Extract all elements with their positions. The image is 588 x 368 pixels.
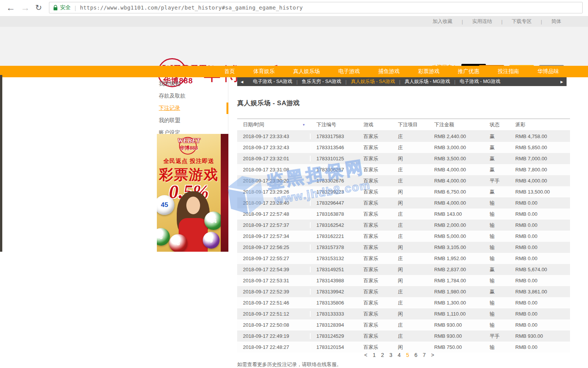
cell: RMB 0.00 [510, 233, 570, 239]
table-row: 2018-09-17 23:32:011783310125百家乐闲RMB 3,5… [237, 153, 570, 164]
nav-item-6[interactable]: 推广优惠 [458, 68, 479, 75]
cell: 百家乐 [358, 266, 392, 273]
address-bar[interactable]: 安全 | https://www.wbg1101.com/player/bet_… [49, 2, 583, 13]
cell: 1783124529 [311, 333, 358, 339]
cell: RMB 1,110.00 [428, 311, 484, 317]
url-text[interactable]: https://www.wbg1101.com/player/bet_histo… [80, 5, 303, 11]
browser-back-icon[interactable]: ← [6, 2, 15, 14]
separator: | [501, 19, 502, 24]
cell: RMB 4,000.00 [428, 167, 484, 173]
column-label: 状态 [490, 121, 500, 128]
cell: 输 [484, 211, 510, 218]
cell: 2018-09-17 23:31:08 [237, 167, 311, 173]
pagination-page-3[interactable]: 3 [389, 352, 393, 358]
utility-link-2[interactable]: 下载专区 [512, 18, 532, 25]
cell: RMB 1,300.00 [428, 300, 484, 306]
pagination-page-6[interactable]: 6 [414, 352, 417, 358]
promo-banner[interactable]: WEBET 华博888 全民返点 投注即送 彩票游戏 0.5% 4534689 [157, 134, 228, 252]
nav-item-1[interactable]: 体育娱乐 [253, 68, 275, 75]
table-row: 2018-09-17 22:57:341783162221百家乐庄RMB 5,0… [237, 231, 570, 242]
address-separator: | [75, 5, 76, 11]
cell: 输 [484, 277, 510, 284]
pagination-prev[interactable]: < [364, 352, 367, 358]
separator: | [541, 19, 542, 24]
cell: RMB 0.00 [510, 300, 570, 306]
pagination-next[interactable]: > [431, 352, 434, 358]
cell: 闲 [392, 244, 428, 251]
cell: RMB 0.00 [510, 256, 570, 261]
pagination-page-2[interactable]: 2 [381, 352, 384, 358]
nav-item-0[interactable]: 首页 [224, 68, 235, 75]
bet-history-table: 日期/时间▼下注编号游戏下注项目下注金额状态派彩 2018-09-17 23:3… [237, 119, 570, 353]
cell: 赢 [484, 155, 510, 162]
utility-link-0[interactable]: 加入收藏 [433, 18, 453, 25]
cell: 2018-09-17 23:33:43 [237, 134, 311, 139]
cell: 百家乐 [358, 133, 392, 140]
cell: 1783302676 [311, 178, 358, 184]
cell: 2018-09-17 22:57:48 [237, 211, 311, 217]
subnav-tab-2[interactable]: 真人娱乐场 - SA游戏 [351, 78, 395, 85]
cell: 2018-09-17 22:53:31 [237, 278, 311, 283]
nav-item-4[interactable]: 捕鱼游戏 [378, 68, 400, 75]
cell: 百家乐 [358, 288, 392, 295]
cell: 1783135806 [311, 300, 358, 306]
column-label: 下注编号 [316, 121, 336, 128]
cell: 2018-09-17 23:32:43 [237, 145, 311, 150]
cell: 2018-09-17 22:51:46 [237, 300, 311, 306]
cell: 2018-09-17 22:56:25 [237, 244, 311, 250]
cell: RMB 0.00 [510, 200, 570, 206]
subnav-tab-0[interactable]: 电子游戏 - SA游戏 [253, 78, 292, 85]
lottery-ball: 8 [169, 234, 187, 252]
pagination-page-7[interactable]: 7 [423, 352, 426, 358]
nav-item-7[interactable]: 投注指南 [498, 68, 519, 75]
table-row: 2018-09-17 23:33:431783317583百家乐庄RMB 2,4… [237, 131, 570, 142]
cell: 庄 [392, 233, 428, 240]
cell: 庄 [392, 177, 428, 184]
cell: 赢 [484, 266, 510, 273]
sort-desc-icon[interactable]: ▼ [302, 123, 305, 127]
cell: 1783306267 [311, 167, 358, 173]
cell: 2018-09-17 22:50:08 [237, 322, 311, 328]
pagination: <1234567> [364, 352, 434, 358]
subnav-next-icon[interactable]: ▶ [560, 80, 563, 84]
subnav-tab-3[interactable]: 真人娱乐场 - MG游戏 [405, 78, 450, 85]
sidebar-item-2[interactable]: 下注记录 [157, 102, 228, 114]
subnav-tab-1[interactable]: 鱼乐无穷 - SA游戏 [302, 78, 341, 85]
cell: 2018-09-17 22:52:39 [237, 289, 311, 295]
cell: RMB 3,861.00 [510, 289, 570, 295]
page-title: 真人娱乐场 - SA游戏 [237, 99, 300, 107]
subnav-tab-4[interactable]: 电子游戏 - MG游戏 [460, 78, 500, 85]
cell: 2018-09-17 23:28:40 [237, 200, 311, 206]
lottery-ball: 9 [203, 232, 220, 249]
nav-item-8[interactable]: 华博品味 [538, 68, 559, 75]
pagination-page-1[interactable]: 1 [373, 352, 376, 358]
cell: RMB 1,952.00 [428, 256, 484, 261]
utility-link-1[interactable]: 实用连结 [472, 18, 492, 25]
cell: 庄 [392, 133, 428, 140]
cell: RMB 5,674.00 [510, 267, 570, 272]
sidebar-item-0[interactable]: 我的钱包 [157, 78, 228, 90]
sidebar-item-1[interactable]: 存款及取款 [157, 90, 228, 102]
pagination-page-5[interactable]: 5 [406, 352, 409, 358]
cell: 庄 [392, 288, 428, 295]
cell: 1783163878 [311, 211, 358, 217]
cell: 1783299223 [311, 189, 358, 195]
column-header-0[interactable]: 日期/时间▼ [237, 121, 311, 128]
nav-item-5[interactable]: 彩票游戏 [418, 68, 440, 75]
sidebar-item-3[interactable]: 我的联盟 [157, 114, 228, 127]
cell: 百家乐 [358, 255, 392, 262]
cell: 百家乐 [358, 144, 392, 151]
cell: 百家乐 [358, 311, 392, 318]
cell: 2018-09-17 22:48:27 [237, 344, 311, 350]
lottery-ball: 34 [204, 212, 223, 230]
utility-link-3[interactable]: 简体 [551, 18, 561, 25]
browser-reload-icon[interactable]: ↻ [35, 2, 42, 14]
table-row: 2018-09-17 22:54:391783149251百家乐闲RMB 2,8… [237, 264, 570, 275]
cell: 2018-09-17 22:51:12 [237, 311, 311, 317]
cell: 百家乐 [358, 322, 392, 329]
nav-item-3[interactable]: 电子游戏 [338, 68, 360, 75]
banner-logo-subbrand: 华博888 [157, 145, 221, 151]
nav-item-2[interactable]: 真人娱乐场 [293, 68, 320, 75]
subnav-prev-icon[interactable]: ◀ [241, 80, 243, 84]
pagination-page-4[interactable]: 4 [398, 352, 401, 358]
